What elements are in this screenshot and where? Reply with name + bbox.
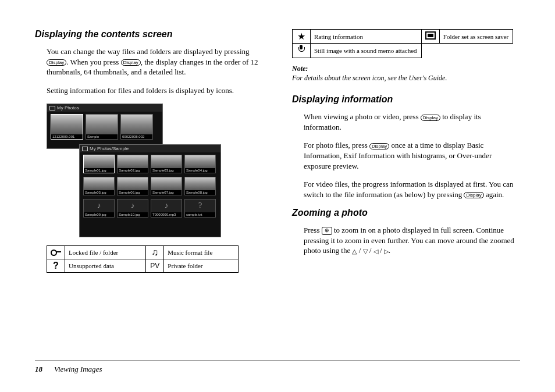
- thumbnail-row: 12122009.001 Sample 00022008.002: [47, 112, 162, 142]
- icon-label: Private folder: [164, 259, 239, 273]
- text-segment: . When you press: [66, 58, 120, 66]
- music-note-icon: ♫: [146, 246, 164, 259]
- display-button-icon: Display: [421, 115, 440, 122]
- key-icon: [47, 246, 65, 259]
- table-row: ? Unsupported data PV Private folder: [47, 259, 239, 273]
- thumbnail: Sample01.jpg: [83, 155, 115, 173]
- display-button-icon: Display: [369, 143, 389, 150]
- left-column: Displaying the contents screen You can c…: [35, 29, 263, 349]
- text-segment: to zoom in on a photo displayed in full …: [304, 226, 514, 255]
- text-segment: .: [389, 246, 390, 255]
- thumbnail: Sample: [86, 114, 118, 140]
- thumbnail: 12122009.001: [51, 114, 83, 140]
- table-row: ★ Rating information Folder set as scree…: [293, 30, 513, 44]
- thumbnail: Sample07.jpg: [151, 177, 182, 195]
- icon-label: Locked file / folder: [65, 246, 146, 259]
- text-segment: again.: [484, 190, 504, 199]
- thumbnail: Sample03.jpg: [151, 155, 182, 173]
- icon-label: Still image with a sound memo attached: [311, 44, 422, 58]
- thumbnail: Sample02.jpg: [117, 155, 148, 173]
- screenshot-title-bar: My Photos/Sample: [80, 145, 220, 152]
- microphone-icon: [293, 44, 311, 58]
- para-photo-files: For photo files, press Display once at a…: [292, 140, 520, 171]
- star-icon: ★: [293, 30, 311, 44]
- right-column: ★ Rating information Folder set as scree…: [292, 29, 520, 349]
- thumbnail: ?sample.txt: [184, 199, 216, 218]
- para-display-modes: You can change the way files and folders…: [35, 47, 263, 77]
- screenshot-64-thumbs: My Photos/Sample Sample01.jpg Sample02.j…: [79, 144, 221, 237]
- icon-legend-table-left: Locked file / folder ♫ Music format file…: [47, 245, 239, 273]
- text-segment: You can change the way files and folders…: [47, 47, 250, 56]
- heading-contents-screen: Displaying the contents screen: [35, 29, 263, 40]
- icon-label: Rating information: [311, 30, 422, 44]
- screenshot-title: My Photos/Sample: [90, 146, 129, 151]
- display-button-icon: Display: [464, 192, 483, 199]
- para-view-info: When viewing a photo or video, press Dis…: [292, 112, 520, 132]
- table-row: Still image with a sound memo attached: [293, 44, 513, 58]
- text-segment: When viewing a photo or video, press: [304, 112, 421, 121]
- page-number: 18: [35, 365, 42, 374]
- heading-zooming: Zooming a photo: [292, 208, 520, 218]
- thumbnail: Sample06.jpg: [117, 177, 148, 195]
- thumbnail: ♪T0000000.mp3: [151, 199, 182, 218]
- icon-legend-table-right: ★ Rating information Folder set as scree…: [292, 29, 513, 58]
- note-body: For details about the screen icon, see t…: [292, 73, 520, 83]
- screenshot-title-bar: My Photos: [47, 104, 162, 112]
- device-screenshot-illustration: My Photos 12122009.001 Sample 00022008.0…: [47, 104, 221, 237]
- down-arrow-icon: ▽: [363, 247, 368, 256]
- camera-icon: [82, 147, 88, 151]
- para-setting-icons: Setting information for files and folder…: [35, 85, 263, 96]
- empty-cell: [421, 44, 439, 58]
- screenshot-12-thumbs: My Photos 12122009.001 Sample 00022008.0…: [47, 104, 163, 149]
- text-segment: Press: [304, 226, 322, 234]
- thumbnail: Sample04.jpg: [184, 155, 216, 173]
- note-label: Note:: [292, 64, 520, 73]
- zoom-in-icon: ⊕: [322, 227, 332, 235]
- table-row: Locked file / folder ♫ Music format file: [47, 246, 239, 259]
- page-content: Displaying the contents screen You can c…: [0, 0, 555, 361]
- icon-label: Folder set as screen saver: [439, 30, 513, 44]
- para-zoom: Press ⊕ to zoom in on a photo displayed …: [292, 225, 520, 256]
- section-name: Viewing Images: [54, 365, 102, 374]
- thumbnail: 00022008.002: [120, 114, 153, 140]
- thumbnail: Sample05.jpg: [83, 177, 115, 195]
- icon-label: Music format file: [164, 246, 239, 259]
- thumbnail: Sample08.jpg: [184, 177, 216, 195]
- thumbnail-grid: Sample01.jpg Sample02.jpg Sample03.jpg S…: [80, 152, 220, 221]
- display-button-icon: Display: [121, 59, 141, 66]
- screenshot-title: My Photos: [57, 105, 79, 111]
- left-arrow-icon: ◁: [373, 247, 378, 256]
- page-footer: 18 Viewing Images: [35, 361, 520, 374]
- heading-displaying-info: Displaying information: [292, 94, 520, 105]
- question-mark-icon: ?: [47, 259, 65, 273]
- thumbnail: ♪Sample09.jpg: [83, 199, 115, 218]
- up-arrow-icon: △: [352, 247, 357, 256]
- text-segment: For photo files, press: [304, 141, 369, 149]
- empty-cell: [439, 44, 513, 58]
- right-arrow-icon: ▷: [384, 247, 389, 256]
- icon-label: Unsupported data: [65, 259, 146, 273]
- para-video-files: For video files, the progress informatio…: [292, 179, 520, 199]
- display-button-icon: Display: [47, 59, 66, 66]
- thumbnail: ♪Sample10.jpg: [117, 199, 148, 218]
- camera-icon: [49, 106, 55, 111]
- screensaver-icon: [421, 30, 439, 44]
- pv-icon: PV: [146, 259, 164, 273]
